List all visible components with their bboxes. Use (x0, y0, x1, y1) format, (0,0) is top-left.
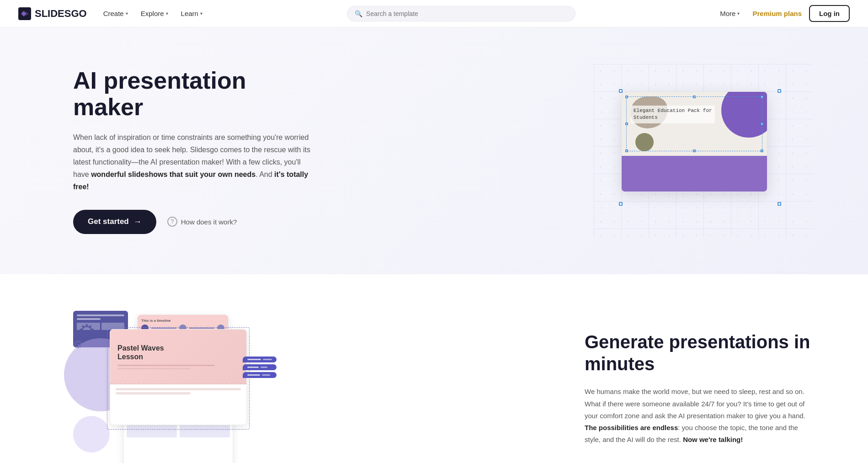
chevron-down-icon: ▾ (126, 11, 128, 16)
login-button[interactable]: Log in (809, 5, 850, 22)
search-icon: 🔍 (355, 10, 362, 17)
card-title-text: Elegant Education Pack forStudents (631, 106, 715, 123)
gear-icon: ⚙ (73, 338, 83, 351)
card-title-area: Elegant Education Pack forStudents (622, 106, 767, 123)
section-two: ⚙ ⚙ This is a timeline (0, 274, 868, 463)
logo-text: SLIDESGO (35, 8, 87, 20)
chevron-down-icon: ▾ (737, 11, 740, 16)
card-header: Elegant Education Pack forStudents (622, 92, 767, 156)
handle-tr (761, 96, 763, 98)
how-it-works-button[interactable]: ? How does it work? (167, 217, 237, 227)
handle-mr (761, 122, 763, 125)
chevron-down-icon: ▾ (166, 11, 168, 16)
navigation: SLIDESGO Create ▾ Explore ▾ Learn ▾ 🔍 Mo… (0, 0, 868, 27)
logo[interactable]: SLIDESGO (18, 7, 87, 20)
question-icon: ? (167, 217, 177, 227)
outer-handle (619, 89, 623, 93)
outer-handle (777, 202, 781, 206)
outer-handle (619, 202, 623, 206)
section-two-right: Generate presentations in minutes We hum… (585, 331, 813, 446)
premium-plans-link[interactable]: Premium plans (752, 10, 802, 17)
handle-ml (625, 122, 628, 125)
slide-main-title: Pastel WavesLesson (117, 344, 239, 361)
nav-explore[interactable]: Explore ▾ (135, 7, 174, 20)
deco-circle-small (73, 416, 110, 452)
handle-tl (625, 96, 628, 98)
nav-right: More ▾ Premium plans Log in (714, 5, 850, 22)
nav-create[interactable]: Create ▾ (98, 7, 133, 20)
handle-bc (693, 149, 696, 152)
arrow-icon: → (133, 217, 142, 227)
section-two-title: Generate presentations in minutes (585, 331, 813, 375)
logo-icon (18, 7, 31, 20)
nav-more-button[interactable]: More ▾ (714, 7, 745, 20)
nav-links: Create ▾ Explore ▾ Learn ▾ (98, 7, 208, 20)
search-input[interactable] (366, 10, 568, 17)
handle-tc (693, 96, 696, 98)
chevron-down-icon: ▾ (200, 11, 202, 16)
nav-left: SLIDESGO Create ▾ Explore ▾ Learn ▾ (18, 7, 208, 20)
hero-right: Elegant Education Pack forStudents (594, 64, 813, 238)
presentation-preview-card: Elegant Education Pack forStudents (621, 91, 767, 192)
chat-bubbles (243, 357, 277, 378)
outer-handle (777, 89, 781, 93)
search-bar[interactable]: 🔍 (347, 6, 575, 21)
slide-main-body (110, 384, 246, 400)
hero-title: AI presentation maker (73, 68, 311, 120)
hero-left: AI presentation maker When lack of inspi… (73, 68, 311, 234)
hero-section: AI presentation maker When lack of inspi… (0, 27, 868, 274)
slide-main: Pastel WavesLesson (110, 329, 247, 425)
hero-description: When lack of inspiration or time constra… (73, 131, 311, 193)
slide-main-header: Pastel WavesLesson (110, 330, 246, 384)
handle-bl (625, 149, 628, 152)
hero-actions: Get started → ? How does it work? (73, 210, 311, 234)
handle-br (761, 149, 763, 152)
get-started-button[interactable]: Get started → (73, 210, 156, 234)
section-two-description: We humans make the world move, but we ne… (585, 386, 813, 446)
nav-learn[interactable]: Learn ▾ (176, 7, 208, 20)
blob-olive-decoration (635, 133, 654, 151)
card-footer (622, 156, 767, 192)
section-two-illustration: ⚙ ⚙ This is a timeline (73, 311, 274, 463)
search-container: 🔍 (347, 6, 575, 21)
